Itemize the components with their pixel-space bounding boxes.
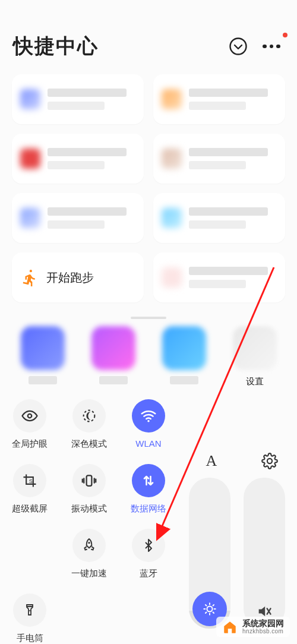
toggle-label: 超级截屏 [12,503,48,514]
card-icon [162,89,182,109]
house-icon [222,619,238,634]
app-label: 设直 [246,376,264,387]
shortcut-card[interactable] [153,74,285,124]
wifi-icon [140,407,157,425]
card-content [189,207,277,229]
svg-point-6 [88,542,90,544]
page-title: 快捷中心 [13,33,226,60]
watermark: 系统家园网 hnzkhbsb.com [216,617,290,637]
app-label-blur [29,376,57,384]
svg-point-3 [147,420,150,422]
more-horizontal-icon [263,45,280,49]
recent-app[interactable] [154,326,213,387]
svg-text:S: S [29,478,33,484]
notification-dot [283,33,287,37]
sheet-handle[interactable] [131,317,166,319]
toggle-label: WLAN [135,438,161,449]
recent-app[interactable] [84,326,143,387]
toggle-bluetooth[interactable]: 蓝牙 [119,529,178,579]
app-label-blur [99,376,128,384]
toggle-eye-care[interactable]: 全局护眼 [0,399,59,450]
card-icon [20,89,40,109]
watermark-domain: hnzkhbsb.com [242,628,284,634]
card-icon [162,149,182,169]
svg-point-1 [28,414,32,418]
shortcut-card[interactable] [153,252,285,302]
toggle-boost[interactable]: 一键加速 [59,529,119,579]
vibrate-icon [80,472,98,490]
brightness-icon [202,601,217,617]
run-icon [20,268,39,287]
volume-slider[interactable] [244,478,285,629]
start-running-label: 开始跑步 [46,270,94,286]
bluetooth-icon [141,538,156,553]
watermark-name: 系统家园网 [242,619,284,628]
toggle-label: 蓝牙 [140,568,157,579]
brightness-slider[interactable] [189,478,230,629]
toggle-label: 一键加速 [71,568,107,579]
shortcut-card[interactable] [12,193,144,243]
svg-rect-5 [87,475,92,486]
card-icon [20,149,40,169]
chevron-circle-down-icon [229,37,248,56]
toggle-flashlight[interactable]: 手电筒 [0,594,59,644]
card-content [189,89,277,110]
toggle-screenshot[interactable]: S 超级截屏 [0,464,59,514]
toggle-label: 手电筒 [17,633,43,644]
moon-icon [81,408,97,424]
rocket-icon [81,538,97,553]
shortcut-card[interactable] [153,134,285,184]
toggle-wlan[interactable]: WLAN [119,399,178,450]
shortcut-card[interactable] [153,193,285,243]
card-content [48,89,135,110]
auto-brightness-button[interactable]: A [198,448,225,474]
collapse-button[interactable] [226,34,251,59]
auto-brightness-icon: A [206,452,217,470]
app-label-blur [170,376,198,384]
recent-app[interactable]: 设直 [225,326,284,387]
toggle-dark-mode[interactable]: 深色模式 [59,399,119,450]
shortcut-card[interactable] [12,134,144,184]
toggle-vibrate[interactable]: 振动模式 [59,464,119,514]
svg-point-7 [29,610,30,611]
flashlight-icon [23,603,37,617]
scissors-crop-icon: S [21,472,38,489]
toggle-label: 深色模式 [71,438,107,450]
svg-point-0 [230,39,247,55]
card-content [189,148,277,169]
eye-icon [21,407,39,425]
shortcut-card[interactable] [12,74,144,124]
toggle-label: 振动模式 [71,503,107,514]
card-icon [162,267,182,288]
card-icon [20,208,40,228]
app-icon [233,326,277,370]
app-icon [21,326,65,370]
app-icon [162,326,206,370]
toggle-label: 数据网络 [131,503,166,514]
more-button[interactable] [259,34,284,59]
card-content [48,148,135,169]
card-icon [162,208,182,228]
toggle-label: 全局护眼 [12,438,48,450]
app-icon [91,326,135,370]
toggle-mobile-data[interactable]: 数据网络 [119,464,178,514]
settings-button[interactable] [257,448,283,474]
card-content [48,207,135,229]
card-content [189,267,277,288]
start-running-card[interactable]: 开始跑步 [12,252,144,302]
recent-app[interactable] [13,326,72,387]
data-arrows-icon [140,472,157,489]
gear-icon [261,453,278,469]
svg-point-8 [207,606,212,611]
